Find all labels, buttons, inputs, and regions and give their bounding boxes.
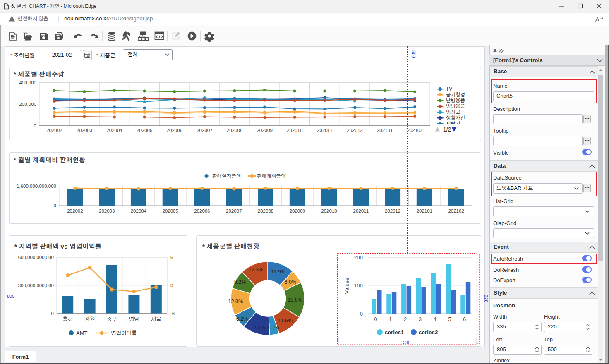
svg-text:220: 220 (484, 295, 488, 302)
svg-text:335: 335 (403, 340, 410, 345)
svg-text:500: 500 (411, 50, 416, 58)
svg-text:805: 805 (7, 294, 14, 299)
